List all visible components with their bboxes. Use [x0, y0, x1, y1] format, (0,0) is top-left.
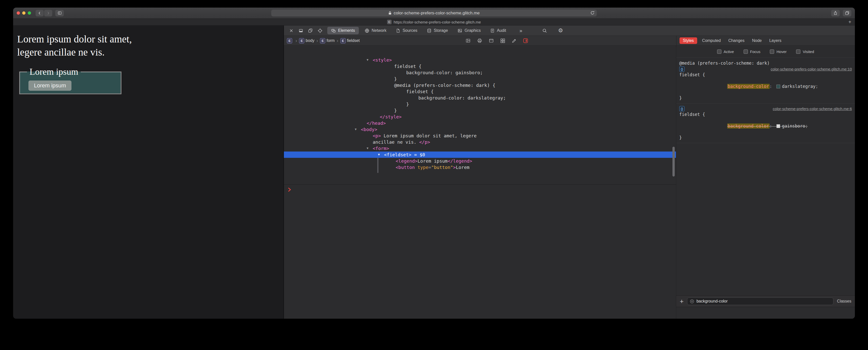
- source-link[interactable]: color-scheme-prefers-color-scheme.glitch…: [773, 107, 852, 111]
- breadcrumb-item-html[interactable]: E: [287, 38, 293, 43]
- pseudo-checkbox-focus[interactable]: [744, 50, 748, 54]
- page-button[interactable]: Lorem ipsum: [29, 81, 71, 91]
- tab-graphics[interactable]: Graphics: [454, 27, 485, 34]
- property-value[interactable]: gainsboro: [782, 123, 805, 128]
- reload-button[interactable]: [590, 10, 595, 15]
- print-icon[interactable]: [477, 38, 482, 43]
- property-name[interactable]: background-color: [727, 84, 770, 89]
- edit-pencil-icon[interactable]: [512, 38, 517, 43]
- dom-tree-line[interactable]: </style>: [284, 114, 676, 120]
- lock-icon: [388, 11, 392, 15]
- color-swatch[interactable]: [776, 124, 780, 128]
- breadcrumb-item-form[interactable]: E form: [320, 38, 335, 43]
- selector[interactable]: fieldset {: [679, 112, 852, 117]
- pseudo-checkbox-active[interactable]: [717, 50, 721, 54]
- layout-panes-icon[interactable]: [466, 38, 471, 43]
- dom-tree-line[interactable]: ▼<form>: [284, 145, 676, 151]
- dom-tree-line[interactable]: <button type="button">Lorem: [284, 164, 676, 171]
- close-button[interactable]: [17, 11, 20, 14]
- source-link[interactable]: color-scheme-prefers-color-scheme.glitch…: [771, 67, 852, 71]
- css-declaration-overridden[interactable]: background-color: gainsboro;: [679, 117, 852, 135]
- more-tabs-button[interactable]: »: [520, 28, 522, 34]
- quick-console[interactable]: [284, 184, 676, 319]
- disclosure-triangle-icon[interactable]: ▼: [367, 57, 368, 63]
- address-bar[interactable]: color-scheme-prefers-color-scheme.glitch…: [271, 9, 597, 17]
- add-rule-button[interactable]: +: [680, 298, 684, 304]
- dom-tree-line[interactable]: fieldset {: [284, 63, 676, 69]
- dom-tree-line[interactable]: ▼<style>: [284, 57, 676, 63]
- tab-label: Graphics: [465, 28, 481, 33]
- sidebar-icon: [58, 11, 62, 15]
- pseudo-checkbox-visited[interactable]: [796, 50, 800, 54]
- dom-tree-line[interactable]: <legend>Lorem ipsum</legend>: [284, 158, 676, 164]
- tab-sources[interactable]: Sources: [392, 27, 421, 34]
- disclosure-triangle-icon[interactable]: ▼: [378, 151, 380, 158]
- sidebar-toggle-button[interactable]: [55, 10, 64, 17]
- pseudo-checkbox-hover[interactable]: [770, 50, 774, 54]
- style-filter-input[interactable]: background-color: [687, 297, 833, 305]
- tab-changes[interactable]: Changes: [726, 37, 747, 44]
- new-tab-button[interactable]: +: [848, 19, 851, 25]
- dom-tree-line[interactable]: fieldset {: [284, 88, 676, 95]
- dom-scrollbar-thumb[interactable]: [673, 147, 675, 176]
- tab-layers[interactable]: Layers: [767, 37, 784, 44]
- search-button[interactable]: [540, 27, 550, 34]
- frame-icon[interactable]: [489, 38, 494, 43]
- settings-button[interactable]: ⚙: [558, 27, 563, 34]
- dom-tree-line[interactable]: <p> Lorem ipsum dolor sit amet, legere: [284, 133, 676, 139]
- property-name[interactable]: background-color: [727, 123, 770, 128]
- disclosure-triangle-icon[interactable]: ▼: [367, 145, 368, 151]
- browser-tab[interactable]: C https://color-scheme-prefers-color-sch…: [387, 20, 481, 24]
- breadcrumb-item-body[interactable]: E body: [299, 38, 314, 43]
- grid-overlay-icon[interactable]: [500, 38, 505, 43]
- element-badge: E: [320, 38, 325, 43]
- pseudo-visited[interactable]: Visited: [796, 50, 814, 54]
- selector[interactable]: fieldset {: [679, 72, 852, 78]
- issues-warning-icon[interactable]: [523, 38, 528, 43]
- close-icon: [289, 29, 293, 33]
- dom-token: background-color: darkslategray;: [418, 95, 506, 100]
- pseudo-active[interactable]: Active: [717, 50, 734, 54]
- tab-storage[interactable]: Storage: [423, 27, 452, 34]
- graphics-icon: [458, 29, 462, 33]
- pseudo-hover[interactable]: Hover: [770, 50, 786, 54]
- detach-window-button[interactable]: [306, 27, 315, 34]
- audit-icon: [490, 28, 495, 33]
- property-value[interactable]: darkslategray: [782, 84, 815, 89]
- show-tabs-button[interactable]: [843, 10, 851, 17]
- tab-computed[interactable]: Computed: [700, 37, 723, 44]
- dom-tree-line[interactable]: </head>: [284, 120, 676, 126]
- tab-network[interactable]: Network: [361, 27, 390, 34]
- dom-tree-line[interactable]: }: [284, 101, 676, 107]
- tab-styles[interactable]: Styles: [680, 37, 697, 44]
- dom-token: </style>: [380, 114, 402, 119]
- tab-elements[interactable]: Elements: [327, 27, 359, 34]
- dom-tree-line[interactable]: @media (prefers-color-scheme: dark) {: [284, 82, 676, 88]
- forward-button[interactable]: [44, 10, 52, 17]
- fullscreen-button[interactable]: [28, 11, 31, 14]
- dom-tree-line[interactable]: background-color: gainsboro;: [284, 69, 676, 76]
- chevron-right-icon: ›: [337, 38, 338, 43]
- forward-icon: [46, 11, 50, 15]
- dock-bottom-button[interactable]: [296, 27, 306, 34]
- back-button[interactable]: [36, 10, 44, 17]
- share-button[interactable]: [831, 10, 840, 17]
- dom-token: fieldset {: [394, 64, 422, 69]
- color-swatch[interactable]: [776, 85, 780, 88]
- breadcrumb-item-fieldset[interactable]: E fieldset: [340, 38, 360, 43]
- classes-button[interactable]: Classes: [837, 299, 851, 303]
- dom-tree-line[interactable]: ancillae ne vis. </p>: [284, 139, 676, 145]
- dom-tree-line[interactable]: ▼<fieldset> = $0: [284, 151, 676, 158]
- disclosure-triangle-icon[interactable]: ▼: [355, 126, 356, 133]
- minimize-button[interactable]: [22, 11, 26, 14]
- close-inspector-button[interactable]: [286, 27, 296, 34]
- dom-tree-line[interactable]: ▼<body>: [284, 126, 676, 133]
- inspect-element-button[interactable]: [315, 27, 325, 34]
- css-declaration[interactable]: background-color: darkslategray;: [679, 78, 852, 95]
- tab-node[interactable]: Node: [749, 37, 764, 44]
- dom-tree-line[interactable]: background-color: darkslategray;: [284, 95, 676, 101]
- dom-tree-line[interactable]: }: [284, 107, 676, 114]
- dom-tree-line[interactable]: }: [284, 76, 676, 82]
- tab-audit[interactable]: Audit: [487, 27, 510, 34]
- pseudo-focus[interactable]: Focus: [744, 50, 761, 54]
